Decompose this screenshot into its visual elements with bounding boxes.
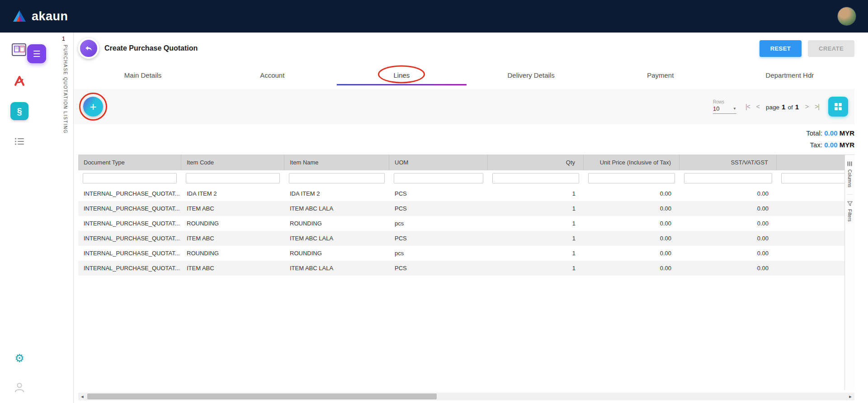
horizontal-scrollbar[interactable]: ◄ ► bbox=[78, 393, 854, 400]
menu-badge-button[interactable]: ☰ bbox=[27, 44, 46, 63]
rows-label: Rows bbox=[713, 99, 736, 104]
page-total: 1 bbox=[795, 103, 799, 111]
cell-qty: 1 bbox=[488, 216, 584, 231]
tab-payment[interactable]: Payment bbox=[596, 65, 725, 84]
page-label: page bbox=[766, 104, 779, 111]
first-page-button[interactable]: |< bbox=[745, 103, 750, 110]
table-row[interactable]: INTERNAL_PURCHASE_QUOTAT... IDA ITEM 2 I… bbox=[78, 186, 854, 201]
columns-panel-toggle[interactable]: Columns bbox=[847, 155, 852, 194]
cell-extra bbox=[777, 261, 854, 276]
cell-qty: 1 bbox=[488, 186, 584, 201]
filters-panel-toggle[interactable]: Filters bbox=[847, 194, 853, 229]
col-header-document-type[interactable]: Document Type bbox=[78, 155, 181, 170]
cell-item-name: ITEM ABC LALA bbox=[284, 201, 389, 216]
prev-page-button[interactable]: < bbox=[756, 103, 760, 110]
filter-funnel-icon bbox=[847, 201, 853, 206]
cell-item-name: IDA ITEM 2 bbox=[284, 186, 389, 201]
sidebar-item-list[interactable] bbox=[10, 132, 29, 151]
lines-toolbar: + Rows 10 ▼ |< < page 1 of bbox=[74, 89, 854, 124]
cell-document-type: INTERNAL_PURCHASE_QUOTAT... bbox=[78, 201, 181, 216]
brand: akaun bbox=[12, 9, 68, 23]
app-sidebar: § ⚙ bbox=[0, 33, 39, 403]
tax-line: Tax: 0.00 MYR bbox=[74, 139, 854, 151]
tab-delivery-details[interactable]: Delivery Details bbox=[467, 65, 596, 84]
col-header-uom[interactable]: UOM bbox=[389, 155, 488, 170]
reset-button[interactable]: RESET bbox=[760, 40, 802, 57]
filter-input-extra[interactable] bbox=[781, 173, 854, 183]
tab-lines-label: Lines bbox=[394, 71, 410, 79]
pagination: |< < page 1 of 1 > >| bbox=[745, 103, 819, 111]
col-header-extra[interactable] bbox=[777, 155, 854, 170]
filter-input-document-type[interactable] bbox=[83, 173, 177, 183]
scroll-right-icon[interactable]: ► bbox=[846, 394, 854, 399]
cell-unit-price: 0.00 bbox=[584, 186, 679, 201]
grid-icon bbox=[834, 102, 843, 111]
tab-main-details[interactable]: Main Details bbox=[78, 65, 208, 84]
rows-per-page-select[interactable]: Rows 10 ▼ bbox=[713, 99, 736, 114]
cell-uom: PCS bbox=[389, 186, 488, 201]
tab-lines[interactable]: Lines bbox=[337, 65, 466, 84]
profile-button[interactable] bbox=[10, 378, 29, 397]
cell-qty: 1 bbox=[488, 246, 584, 261]
lines-table-zone: Document Type Item Code Item Name UOM Qt… bbox=[78, 155, 854, 390]
cell-document-type: INTERNAL_PURCHASE_QUOTAT... bbox=[78, 261, 181, 276]
last-page-button[interactable]: >| bbox=[815, 103, 819, 110]
cell-uom: pcs bbox=[389, 246, 488, 261]
top-navbar: akaun bbox=[0, 0, 868, 33]
col-header-sst-vat-gst[interactable]: SST/VAT/GST bbox=[679, 155, 777, 170]
table-row[interactable]: INTERNAL_PURCHASE_QUOTAT... ITEM ABC ITE… bbox=[78, 201, 854, 216]
cell-item-name: ROUNDING bbox=[284, 246, 389, 261]
filter-input-qty[interactable] bbox=[492, 173, 579, 183]
cell-document-type: INTERNAL_PURCHASE_QUOTAT... bbox=[78, 216, 181, 231]
cell-sst-vat-gst: 0.00 bbox=[679, 261, 777, 276]
scroll-left-icon[interactable]: ◄ bbox=[78, 394, 86, 399]
scrollbar-thumb[interactable] bbox=[87, 394, 437, 399]
filter-input-unit-price[interactable] bbox=[588, 173, 675, 183]
total-currency: MYR bbox=[840, 129, 854, 137]
sidebar-item-red-app[interactable] bbox=[10, 71, 29, 90]
scrollbar-track[interactable] bbox=[86, 393, 846, 400]
total-label: Total: bbox=[806, 129, 822, 137]
cell-item-code: IDA ITEM 2 bbox=[181, 186, 284, 201]
grid-view-button[interactable] bbox=[828, 97, 848, 117]
add-line-button[interactable]: + bbox=[83, 97, 103, 117]
sidebar-item-ledger-app[interactable]: § bbox=[10, 102, 28, 120]
filter-input-uom[interactable] bbox=[394, 173, 483, 183]
col-header-unit-price[interactable]: Unit Price (Inclusive of Tax) bbox=[584, 155, 679, 170]
sidebar-item-listing[interactable] bbox=[10, 41, 29, 60]
list-icon bbox=[14, 137, 24, 145]
next-page-button[interactable]: > bbox=[805, 103, 808, 110]
cell-sst-vat-gst: 0.00 bbox=[679, 201, 777, 216]
cell-uom: pcs bbox=[389, 216, 488, 231]
col-header-qty[interactable]: Qty bbox=[488, 155, 584, 170]
create-button[interactable]: CREATE bbox=[808, 40, 854, 57]
tab-department-hdr[interactable]: Department Hdr bbox=[725, 65, 854, 84]
table-header-row: Document Type Item Code Item Name UOM Qt… bbox=[78, 155, 854, 170]
filters-label: Filters bbox=[847, 209, 852, 221]
red-app-icon bbox=[14, 75, 25, 87]
col-header-item-code[interactable]: Item Code bbox=[181, 155, 284, 170]
cell-uom: PCS bbox=[389, 261, 488, 276]
tab-account[interactable]: Account bbox=[208, 65, 337, 84]
total-value: 0.00 bbox=[824, 129, 837, 137]
table-row[interactable]: INTERNAL_PURCHASE_QUOTAT... ROUNDING ROU… bbox=[78, 246, 854, 261]
filter-input-item-name[interactable] bbox=[289, 173, 385, 183]
col-header-item-name[interactable]: Item Name bbox=[284, 155, 389, 170]
table-row[interactable]: INTERNAL_PURCHASE_QUOTAT... ROUNDING ROU… bbox=[78, 216, 854, 231]
user-avatar[interactable] bbox=[837, 7, 856, 26]
columns-label: Columns bbox=[847, 169, 852, 187]
cell-item-name: ITEM ABC LALA bbox=[284, 231, 389, 246]
page-header: Create Purchase Quotation RESET CREATE bbox=[74, 33, 868, 61]
cell-qty: 1 bbox=[488, 261, 584, 276]
filter-input-sst-vat-gst[interactable] bbox=[684, 173, 772, 183]
akaun-logo-icon bbox=[12, 9, 27, 23]
table-row[interactable]: INTERNAL_PURCHASE_QUOTAT... ITEM ABC ITE… bbox=[78, 231, 854, 246]
back-button[interactable] bbox=[78, 38, 99, 59]
documents-icon bbox=[11, 42, 28, 58]
table-row[interactable]: INTERNAL_PURCHASE_QUOTAT... ITEM ABC ITE… bbox=[78, 261, 854, 276]
cell-unit-price: 0.00 bbox=[584, 246, 679, 261]
cell-sst-vat-gst: 0.00 bbox=[679, 186, 777, 201]
cell-item-name: ITEM ABC LALA bbox=[284, 261, 389, 276]
filter-input-item-code[interactable] bbox=[186, 173, 280, 183]
settings-button[interactable]: ⚙ bbox=[10, 349, 29, 368]
